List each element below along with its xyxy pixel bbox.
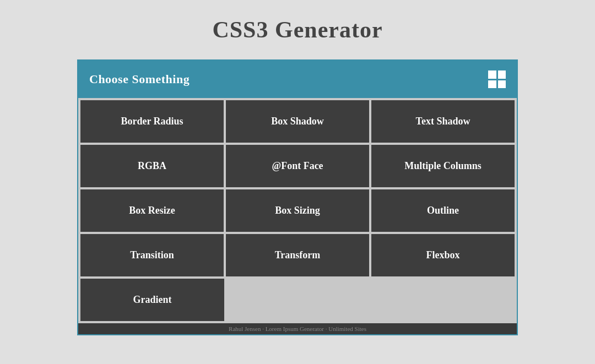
grid-item[interactable]: Box Sizing [226,189,369,232]
grid-item[interactable]: RGBA [80,145,224,187]
grid-item[interactable]: Border Radius [80,100,224,143]
header-title: Choose Something [89,72,190,86]
page-title: CSS3 Generator [212,17,382,43]
bottom-area: Gradient [78,279,517,323]
items-grid: Border RadiusBox ShadowText ShadowRGBA@F… [78,98,517,279]
main-container: Choose Something Border RadiusBox Shadow… [77,59,518,335]
grid-item[interactable]: Box Shadow [226,100,369,143]
grid-item[interactable]: Transition [80,234,224,276]
grid-icon[interactable] [488,70,506,88]
grid-item-single[interactable]: Gradient [80,279,224,321]
grid-item[interactable]: Multiple Columns [371,145,515,187]
header-bar: Choose Something [78,61,517,98]
grid-item[interactable]: Outline [371,189,515,232]
grid-item[interactable]: Transform [226,234,369,276]
grid-item[interactable]: Flexbox [371,234,515,276]
grid-item[interactable]: @Font Face [226,145,369,187]
grid-item[interactable]: Text Shadow [371,100,515,143]
grid-item[interactable]: Box Resize [80,189,224,232]
footer-credit: Rahul Jensen · Lorem Ipsum Generator · U… [78,323,517,334]
